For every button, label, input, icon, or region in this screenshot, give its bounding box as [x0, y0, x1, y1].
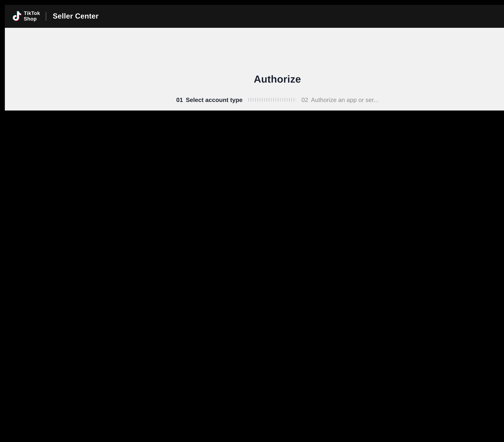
step2-number: 02	[302, 96, 308, 103]
main-page: Authorize 01 Select account type 02 Auth…	[5, 28, 504, 110]
step1-number: 01	[176, 96, 183, 103]
tiktok-logo-icon	[11, 10, 22, 23]
step2-label: Authorize an app or ser...	[311, 96, 378, 103]
app-title: Seller Center	[53, 12, 99, 20]
screenshot-root: TikTok Shop Seller Center English Author…	[0, 0, 504, 110]
page-title: Authorize	[155, 73, 399, 85]
logo-line-2: Shop	[24, 16, 40, 22]
logo-line-1: TikTok	[24, 11, 40, 16]
tiktok-shop-logo[interactable]: TikTok Shop	[11, 10, 40, 23]
top-bar: TikTok Shop Seller Center English	[5, 5, 504, 28]
step-indicator: 01 Select account type 02 Authorize an a…	[155, 96, 399, 103]
step-connector-dots	[248, 98, 296, 102]
topbar-divider	[46, 12, 46, 20]
tiktok-shop-wordmark: TikTok Shop	[24, 11, 40, 22]
step1-label: Select account type	[186, 96, 243, 103]
